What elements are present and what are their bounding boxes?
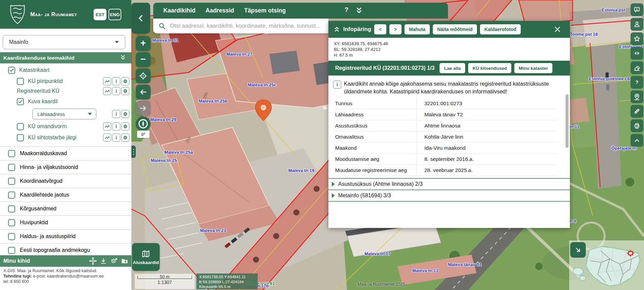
- layer-label[interactable]: Haldus- ja asustuspiirid: [20, 233, 75, 239]
- settings-icon-button[interactable]: ⚙: [121, 77, 129, 85]
- layer-label[interactable]: Koordinaatvõrgud: [20, 178, 62, 184]
- region-select[interactable]: Maainfo: [3, 35, 125, 49]
- feedback-button[interactable]: [631, 3, 643, 16]
- checkbox-layer[interactable]: [8, 178, 15, 185]
- help-button[interactable]: ?: [631, 76, 643, 89]
- close-icon[interactable]: [553, 25, 561, 33]
- info-icon-button[interactable]: i: [112, 122, 120, 130]
- attr-value: Ahtme linnaosa: [417, 120, 558, 132]
- checkbox-layer[interactable]: [8, 205, 15, 212]
- rotation-degrees[interactable]: 0°: [137, 130, 150, 138]
- info-icon-button[interactable]: i: [112, 134, 120, 142]
- show-measurements-button[interactable]: Näita mõõtmeid: [433, 24, 477, 34]
- info-icon-button[interactable]: i: [112, 87, 120, 95]
- checkbox-layer[interactable]: [8, 150, 15, 157]
- accordion-metainfo[interactable]: Metainfo (581694) 3/3: [328, 190, 570, 201]
- layer-label[interactable]: Kaardilehtede jaotus: [20, 192, 69, 198]
- street-label: Maleva tn 25c: [248, 82, 277, 87]
- tab-aadressid[interactable]: Aadressid: [205, 7, 234, 14]
- oblique-photos-button[interactable]: Kaldaerofotod: [480, 24, 521, 34]
- layer-label[interactable]: KÜ sihtotstarbe järgi: [28, 135, 76, 141]
- checkbox-piiripunktid[interactable]: [17, 78, 24, 85]
- panel-scrollbar[interactable]: [566, 94, 569, 148]
- layer-label[interactable]: Katastrikaart: [19, 67, 50, 73]
- checkbox-sihtotstarbe[interactable]: [17, 134, 24, 141]
- user-button[interactable]: [631, 18, 643, 31]
- checkbox-layer[interactable]: [8, 247, 15, 254]
- forward-button[interactable]: [136, 101, 151, 116]
- xgis-app: Maleva tn 31 Maleva tn 27 Maleva tn 25c …: [0, 0, 644, 290]
- next-result-button[interactable]: >: [389, 24, 401, 34]
- legend-icon-button[interactable]: [103, 77, 111, 85]
- add-layer-icon[interactable]: [110, 257, 118, 265]
- checkbox-layer[interactable]: [8, 192, 15, 199]
- attr-label: Maakond: [335, 143, 417, 154]
- overview-map[interactable]: [569, 240, 644, 290]
- prev-result-button[interactable]: <: [374, 24, 386, 34]
- checkbox-layer[interactable]: [8, 164, 15, 171]
- layer-label[interactable]: Huvipunktid: [20, 220, 48, 226]
- language-eng-button[interactable]: ENG: [108, 9, 121, 20]
- settings-icon-button[interactable]: ⚙: [121, 87, 129, 95]
- eraser-button[interactable]: [631, 61, 643, 74]
- layer-label[interactable]: Registreeritud KÜ: [17, 88, 59, 94]
- info-icon-button[interactable]: i: [112, 77, 120, 85]
- checkbox-kuva-kaardil[interactable]: [17, 98, 24, 105]
- double-chevron-down-icon[interactable]: [355, 6, 363, 15]
- search-input[interactable]: [169, 22, 322, 30]
- street-label: Maleva tn 25b: [199, 98, 227, 104]
- zoom-in-button[interactable]: +: [136, 36, 151, 51]
- tab-tapsem-otsing[interactable]: Täpsem otsing: [244, 7, 286, 14]
- legend-icon-button[interactable]: [103, 122, 111, 130]
- layer-label[interactable]: Kõrgusandmed: [20, 206, 57, 212]
- layer-label[interactable]: KÜ omandivorm: [28, 123, 67, 129]
- location-button[interactable]: [631, 90, 643, 103]
- measure-button[interactable]: [631, 105, 643, 118]
- basemap-button[interactable]: Aluskaardid: [132, 243, 160, 271]
- sidebar-collapse-button[interactable]: [131, 3, 150, 34]
- double-chevron-down-icon: [119, 54, 127, 61]
- print-button[interactable]: [631, 119, 643, 132]
- double-chevron-up-icon[interactable]: [333, 26, 341, 33]
- accordion-asustusuksus[interactable]: Asustusüksus (Ahtme linnaosa) 2/3: [328, 178, 570, 190]
- overview-expand-button[interactable]: [570, 242, 586, 258]
- help-button[interactable]: ?: [345, 6, 349, 13]
- locate-button[interactable]: [136, 68, 151, 83]
- tab-kaardikihid[interactable]: Kaardikihid: [163, 7, 195, 14]
- legend-icon-button[interactable]: [103, 87, 111, 95]
- checkbox-layer[interactable]: [8, 219, 15, 226]
- theme-layers-header[interactable]: Kaardirakenduse teemakihid: [0, 52, 131, 63]
- compass-button[interactable]: [136, 116, 151, 131]
- legend-icon-button[interactable]: [103, 134, 111, 142]
- compare-button[interactable]: [631, 47, 643, 60]
- info-icon-button[interactable]: i: [112, 110, 120, 118]
- restrictions-button[interactable]: KÜ kitsendused: [468, 63, 511, 73]
- my-cadastre-button[interactable]: Minu kataster: [514, 63, 552, 73]
- language-est-button[interactable]: EST: [94, 9, 106, 20]
- layer-row-top: Koordinaatvõrgud: [0, 174, 131, 188]
- collapse-toolbar-button[interactable]: [631, 134, 643, 147]
- address-display-select[interactable]: Lähiaadress: [32, 109, 96, 119]
- layer-label[interactable]: KÜ piiripunktid: [28, 78, 63, 84]
- back-button[interactable]: [136, 85, 151, 99]
- pan-target-icon[interactable]: [89, 257, 97, 265]
- download-button[interactable]: Lae alla: [440, 63, 465, 73]
- download-icon[interactable]: [100, 257, 107, 265]
- layer-label[interactable]: Hinna- ja viljakustsoonid: [20, 164, 78, 170]
- drag-handle[interactable]: [131, 146, 136, 158]
- layer-label[interactable]: Kuva kaardil: [28, 98, 58, 105]
- add-folder-icon[interactable]: [121, 257, 129, 265]
- settings-icon-button[interactable]: ⚙: [121, 110, 129, 118]
- checkbox-katastrikaart[interactable]: [8, 67, 15, 74]
- checkbox-layer[interactable]: [8, 233, 15, 240]
- favorites-button[interactable]: [631, 32, 643, 45]
- settings-icon-button[interactable]: ⚙: [121, 122, 129, 130]
- zoom-out-button[interactable]: −: [136, 52, 151, 67]
- my-layers-bar[interactable]: Minu kihid: [0, 255, 131, 267]
- layer-label[interactable]: Eesti topograafia andmekogu: [20, 247, 90, 253]
- layer-label[interactable]: Maakorralduskavad: [20, 150, 67, 156]
- theme-layers-title: Kaardirakenduse teemakihid: [3, 55, 74, 61]
- mahuta-button[interactable]: Mahuta: [405, 24, 430, 34]
- checkbox-omandivorm[interactable]: [17, 123, 24, 130]
- settings-icon-button[interactable]: ⚙: [121, 134, 129, 142]
